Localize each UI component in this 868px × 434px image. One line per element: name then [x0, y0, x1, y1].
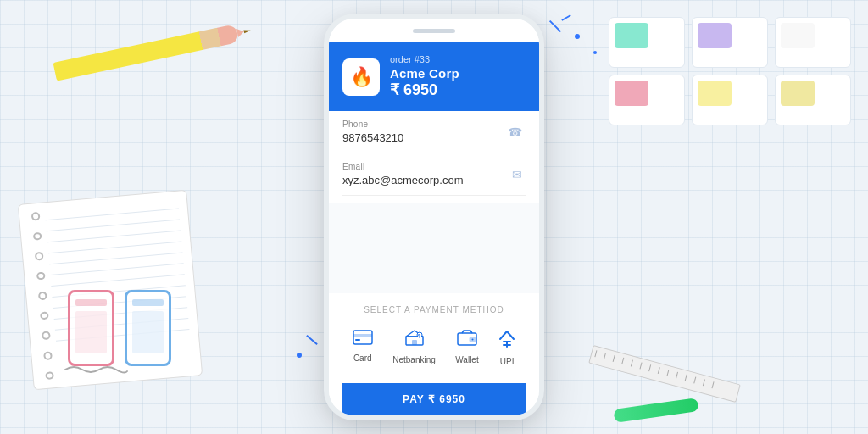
phone-frame: 🔥 order #33 Acme Corp ₹ 6950 Phone 98765… [324, 14, 544, 420]
merchant-name: Acme Corp [390, 66, 459, 81]
phone-frame-wrapper: 🔥 order #33 Acme Corp ₹ 6950 Phone 98765… [324, 14, 544, 420]
swatch-card-1 [609, 17, 685, 68]
deco-dot-1 [575, 34, 580, 39]
svg-rect-4 [412, 340, 417, 345]
phone-illus-pink [68, 290, 114, 366]
deco-dot-2 [593, 51, 597, 54]
netbanking-label: Netbanking [392, 355, 436, 364]
payment-option-upi[interactable]: UPI [492, 325, 522, 371]
header-amount: ₹ 6950 [390, 81, 459, 99]
wallet-icon [457, 330, 477, 351]
card-icon [353, 330, 373, 349]
payment-header: 🔥 order #33 Acme Corp ₹ 6950 [329, 42, 539, 111]
swatch-card-6 [775, 75, 851, 125]
swatch-color-6 [781, 81, 815, 106]
email-field-row: Email xyz.abc@acmecorp.com ✉ [342, 153, 526, 196]
payment-option-wallet[interactable]: Wallet [448, 325, 485, 371]
payment-option-netbanking[interactable]: $ Netbanking [386, 325, 442, 371]
phone-illustrations [68, 290, 171, 366]
swatch-card-5 [692, 75, 768, 125]
phone-speaker [413, 29, 455, 33]
svg-rect-2 [355, 339, 360, 341]
order-number: order #33 [390, 54, 459, 64]
phone-illus-blue [125, 290, 171, 366]
merchant-info: order #33 Acme Corp ₹ 6950 [390, 54, 459, 99]
swatch-card-3 [775, 17, 851, 68]
swatch-card-2 [692, 17, 768, 68]
swatch-color-2 [698, 23, 732, 48]
email-field-icon: ✉ [512, 168, 522, 181]
phone-field-row: Phone 9876543210 ☎ [342, 111, 526, 153]
form-area: Phone 9876543210 ☎ Email xyz.abc@acmecor… [329, 111, 539, 203]
flame-icon: 🔥 [350, 66, 373, 88]
swatch-color-5 [698, 81, 732, 106]
email-field-label: Email [342, 162, 526, 171]
upi-icon [498, 330, 515, 353]
phone-field-icon: ☎ [508, 125, 522, 139]
swatch-color-4 [615, 81, 648, 106]
upi-label: UPI [500, 357, 515, 366]
netbanking-icon: $ [404, 330, 425, 351]
pay-button[interactable]: PAY ₹ 6950 [342, 383, 526, 415]
payment-option-card[interactable]: Card [346, 325, 380, 371]
merchant-logo: 🔥 [342, 58, 380, 96]
svg-text:$: $ [418, 333, 420, 338]
email-field-value: xyz.abc@acmecorp.com [342, 174, 526, 186]
swatch-card-4 [609, 75, 685, 125]
spacer [329, 203, 539, 294]
phone-content: 🔥 order #33 Acme Corp ₹ 6950 Phone 98765… [329, 42, 539, 415]
svg-point-9 [472, 339, 474, 341]
phone-field-label: Phone [342, 120, 526, 129]
wallet-label: Wallet [455, 355, 478, 364]
phone-field-value: 9876543210 [342, 131, 526, 144]
color-swatches [609, 17, 851, 125]
card-label: Card [353, 353, 372, 363]
svg-rect-0 [353, 331, 372, 344]
scribble-decoration [61, 363, 129, 376]
svg-rect-1 [353, 334, 372, 337]
payment-options: Card $ Netbank [342, 325, 526, 371]
section-title: SELECT A PAYMENT METHOD [342, 305, 526, 314]
payment-method-section: SELECT A PAYMENT METHOD Card [329, 293, 539, 415]
swatch-color-1 [615, 23, 648, 48]
swatch-color-3 [781, 23, 815, 48]
deco-dot-3 [297, 353, 302, 358]
phone-top-bar [329, 19, 539, 42]
